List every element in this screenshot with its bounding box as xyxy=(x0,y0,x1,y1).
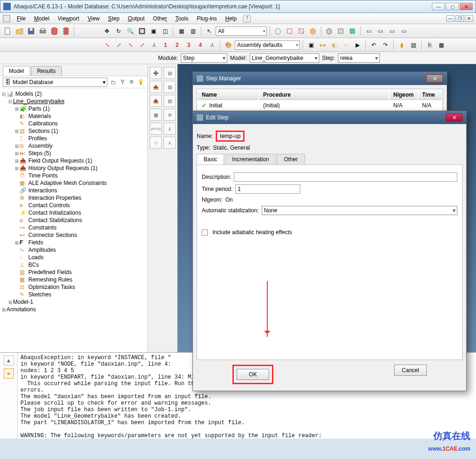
circle-icon[interactable]: ○ xyxy=(341,40,351,50)
menu-view[interactable]: View xyxy=(84,14,104,23)
window-maximize-button[interactable]: ▢ xyxy=(446,3,459,10)
color-mode-combo[interactable]: Assembly defaults xyxy=(235,40,300,50)
toolbox-field-manager-icon[interactable]: ▤ xyxy=(164,81,176,93)
toolbox-step-manager-icon[interactable]: ▤ xyxy=(164,67,176,79)
ok-button[interactable]: OK xyxy=(237,369,269,380)
cube2-icon[interactable] xyxy=(284,26,295,36)
csys-x-icon[interactable]: ⤡ xyxy=(102,40,112,50)
view-right-icon[interactable] xyxy=(347,26,357,36)
tree-model-1[interactable]: Model-1 xyxy=(13,299,33,305)
view-persp-icon[interactable]: ▭ xyxy=(398,26,409,36)
num4-icon[interactable]: 4 xyxy=(195,40,205,50)
view-xy-icon[interactable]: ▭ xyxy=(364,26,374,36)
console-cli-icon[interactable]: » xyxy=(4,368,14,379)
link-icon[interactable]: ⎘ xyxy=(424,40,435,50)
mdi-close-button[interactable]: ✕ xyxy=(465,15,473,22)
tree-field-output[interactable]: Field Output Requests (1) xyxy=(28,157,92,164)
fit-icon[interactable]: ▣ xyxy=(148,26,159,36)
tree-annotations[interactable]: Annotations xyxy=(7,306,36,313)
select-arrow-icon[interactable]: ↖ xyxy=(204,26,214,36)
window-minimize-button[interactable]: — xyxy=(432,3,445,10)
database-stack-icon[interactable] xyxy=(61,26,71,36)
toolbox-ale-icon[interactable]: ▦ xyxy=(150,109,162,121)
time-period-input[interactable] xyxy=(235,184,300,194)
menu-output[interactable]: Output xyxy=(124,14,148,23)
tree-remeshing[interactable]: Remeshing Rules xyxy=(28,276,73,283)
tab-basic[interactable]: Basic xyxy=(197,154,224,164)
view-yz-icon[interactable]: ▭ xyxy=(387,26,397,36)
step-manager-titlebar[interactable]: Step Manager ✕ xyxy=(193,72,447,85)
zoom-icon[interactable]: 🔍 xyxy=(125,26,135,36)
mdi-restore-button[interactable]: ❐ xyxy=(456,15,464,22)
cube1-icon[interactable] xyxy=(273,26,283,36)
cancel-button[interactable]: Cancel xyxy=(394,365,427,376)
filter-icon[interactable]: ∇ xyxy=(119,79,126,86)
toolbox-history-manager-icon[interactable]: ▤ xyxy=(164,95,176,107)
tree-contact-init[interactable]: Contact Initializations xyxy=(28,210,81,216)
toolbox-datum-icon[interactable]: ⊹ xyxy=(150,137,162,149)
toolbox-field-output-icon[interactable]: 📤 xyxy=(150,81,162,93)
palette-icon[interactable]: 🎨 xyxy=(223,40,233,50)
toolbox-csys-icon[interactable]: ⅄ xyxy=(164,137,176,149)
save-icon[interactable] xyxy=(26,26,36,36)
num1-icon[interactable]: 1 xyxy=(160,40,171,50)
zoom-box-icon[interactable]: 🔲 xyxy=(137,26,147,36)
tree-interaction-props[interactable]: Interaction Properties xyxy=(28,195,81,201)
tree-parts[interactable]: Parts (1) xyxy=(28,105,50,112)
module-select[interactable]: Step xyxy=(181,53,227,63)
cube4-icon[interactable] xyxy=(308,26,318,36)
cubes1-icon[interactable]: ▣ xyxy=(306,40,316,50)
menu-viewport[interactable]: Viewport xyxy=(54,14,83,23)
step-manager-table[interactable]: Name Procedure Nlgeom Time ✓Initial (Ini… xyxy=(197,89,443,111)
toolbox-create-step-icon[interactable]: ➕ xyxy=(150,67,162,79)
tree-current-model[interactable]: Line_Geometrybaike xyxy=(13,98,65,105)
step-select[interactable]: relea xyxy=(338,53,380,63)
redo-icon[interactable]: ↷ xyxy=(380,40,390,50)
database-icon[interactable] xyxy=(49,26,60,36)
toolbox-history-output-icon[interactable]: 📥 xyxy=(150,95,162,107)
triad2-icon[interactable]: ⅄ xyxy=(207,40,217,50)
tab-incrementation[interactable]: Incrementation xyxy=(225,154,276,164)
menu-plugins[interactable]: Plug-ins xyxy=(193,14,220,23)
bar1-icon[interactable]: ▮ xyxy=(397,40,407,50)
light-icon[interactable]: 💡 xyxy=(137,79,145,86)
grid2-icon[interactable]: ▥ xyxy=(188,26,198,36)
step-manager-close-button[interactable]: ✕ xyxy=(426,74,443,83)
csys-w-icon[interactable]: ⤢ xyxy=(137,40,147,50)
adiabatic-checkbox[interactable] xyxy=(202,230,208,236)
tree-amplitudes[interactable]: Amplitudes xyxy=(28,247,56,253)
last-icon[interactable]: ▦ xyxy=(436,40,446,50)
print-icon[interactable] xyxy=(38,26,48,36)
console-log-icon[interactable]: ▲ xyxy=(4,355,14,366)
circles2-icon[interactable]: ◐ xyxy=(329,40,339,50)
csys-z-icon[interactable]: ⤡ xyxy=(126,40,136,50)
bar2-icon[interactable]: ▤ xyxy=(408,40,418,50)
settings-icon[interactable]: ⚙ xyxy=(128,79,135,86)
description-input[interactable] xyxy=(234,172,457,182)
menu-step[interactable]: Step xyxy=(104,14,123,23)
mdi-minimize-button[interactable]: — xyxy=(446,15,455,22)
window-close-button[interactable]: ✕ xyxy=(460,3,473,10)
menu-model[interactable]: Model xyxy=(30,14,53,23)
tree-calibrations[interactable]: Calibrations xyxy=(28,120,58,127)
auto-fit-icon[interactable]: ◫ xyxy=(160,26,170,36)
tree-optimization[interactable]: Optimization Tasks xyxy=(28,284,75,290)
edit-step-close-button[interactable]: ✕ xyxy=(446,113,463,122)
model-tree[interactable]: ⊟📊Models (2) ⊟Line_Geometrybaike ⊞🧩Parts… xyxy=(0,88,147,352)
num3-icon[interactable]: 3 xyxy=(184,40,194,50)
tree-steps[interactable]: Steps (5) xyxy=(28,150,51,157)
tree-profiles[interactable]: Profiles xyxy=(28,135,47,142)
tree-time-points[interactable]: Time Points xyxy=(28,172,58,179)
context-help-icon[interactable]: ? xyxy=(243,15,251,22)
menu-other[interactable]: Other xyxy=(149,14,171,23)
tree-contact-stab[interactable]: Contact Stabilizations xyxy=(28,217,82,223)
tab-model[interactable]: Model xyxy=(3,66,30,76)
tree-bcs[interactable]: BCs xyxy=(28,262,39,268)
csys-y-icon[interactable]: ⤢ xyxy=(114,40,124,50)
tree-models[interactable]: Models (2) xyxy=(15,91,42,97)
select-filter-combo[interactable]: All xyxy=(216,26,267,36)
table-row[interactable]: ✓Initial (Initial) N/A N/A xyxy=(198,101,442,110)
view-left-icon[interactable] xyxy=(336,26,346,36)
edit-step-titlebar[interactable]: Edit Step ✕ xyxy=(193,111,466,124)
num2-icon[interactable]: 2 xyxy=(172,40,182,50)
